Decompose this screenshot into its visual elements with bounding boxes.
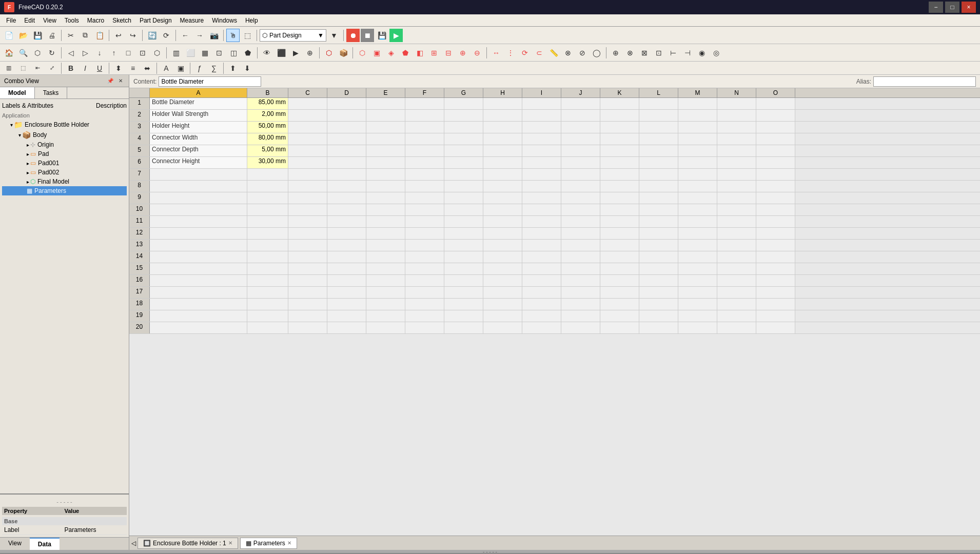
boolean-btn[interactable]: ⊂ xyxy=(533,46,546,60)
cell-empty[interactable] xyxy=(288,98,327,109)
texture-button[interactable]: ⬛ xyxy=(275,46,288,60)
cell-empty[interactable] xyxy=(756,157,795,168)
cell-empty[interactable] xyxy=(561,275,600,286)
cell-empty[interactable] xyxy=(288,157,327,168)
cell-empty[interactable] xyxy=(756,310,795,322)
cell-empty[interactable] xyxy=(444,216,483,227)
cell-empty[interactable] xyxy=(678,110,717,121)
ss-underline[interactable]: U xyxy=(93,62,106,75)
cell-empty[interactable] xyxy=(327,299,366,310)
cell-empty[interactable] xyxy=(150,228,247,239)
cell-empty[interactable] xyxy=(561,145,600,156)
menu-sketch[interactable]: Sketch xyxy=(108,16,135,25)
pd-btn-5[interactable]: ◧ xyxy=(413,46,426,60)
cell-empty[interactable] xyxy=(717,287,756,298)
cell-empty[interactable] xyxy=(522,240,561,251)
cell-empty[interactable] xyxy=(756,299,795,310)
cell-empty[interactable] xyxy=(247,169,288,180)
cell-empty[interactable] xyxy=(561,299,600,310)
cell-empty[interactable] xyxy=(405,110,444,121)
cell-empty[interactable] xyxy=(717,98,756,109)
ss-bgcolor[interactable]: ▣ xyxy=(174,62,187,75)
cell-empty[interactable] xyxy=(756,98,795,109)
cell-empty[interactable] xyxy=(522,216,561,227)
cell-empty[interactable] xyxy=(327,122,366,133)
arrow-back[interactable]: ← xyxy=(179,29,192,42)
draw-style-1[interactable]: ▥ xyxy=(169,46,183,60)
cell-empty[interactable] xyxy=(483,251,522,263)
cell-empty[interactable] xyxy=(600,204,639,215)
ss-bold[interactable]: B xyxy=(64,62,77,75)
cell-empty[interactable] xyxy=(678,287,717,298)
cell-empty[interactable] xyxy=(483,133,522,145)
minimize-button[interactable]: − xyxy=(929,2,943,13)
cell-empty[interactable] xyxy=(600,240,639,251)
cell-empty[interactable] xyxy=(405,263,444,274)
combo-pin[interactable]: 📌 xyxy=(106,77,114,85)
cell-empty[interactable] xyxy=(639,133,678,145)
cell-empty[interactable] xyxy=(600,287,639,298)
cell-empty[interactable] xyxy=(444,299,483,310)
menu-edit[interactable]: Edit xyxy=(20,16,39,25)
ss-italic[interactable]: I xyxy=(79,62,92,75)
col-header-o[interactable]: O xyxy=(756,88,795,97)
linear-btn[interactable]: ⋮ xyxy=(504,46,517,60)
cell-empty[interactable] xyxy=(600,299,639,310)
cell-empty[interactable] xyxy=(405,192,444,204)
cell-empty[interactable] xyxy=(366,240,405,251)
cell-empty[interactable] xyxy=(678,133,717,145)
extra-btn-6[interactable]: ⊣ xyxy=(681,46,694,60)
cell-empty[interactable] xyxy=(639,299,678,310)
cell-empty[interactable] xyxy=(756,169,795,180)
part-btn-2[interactable]: 📦 xyxy=(337,46,350,60)
col-header-b[interactable]: B xyxy=(247,88,288,97)
arrow-forward[interactable]: → xyxy=(193,29,206,42)
cell-empty[interactable] xyxy=(288,122,327,133)
ss-btn-4[interactable]: ⤢ xyxy=(45,62,58,75)
cell-empty[interactable] xyxy=(717,157,756,168)
menu-help[interactable]: Help xyxy=(241,16,262,25)
draw-style-5[interactable]: ◫ xyxy=(227,46,240,60)
ss-btn-1[interactable]: ▥ xyxy=(2,62,15,75)
cell-empty[interactable] xyxy=(561,133,600,145)
cell-empty[interactable] xyxy=(288,299,327,310)
paste-button[interactable]: 📋 xyxy=(93,29,106,42)
tree-document[interactable]: ▾ 📁 Enclosure Bottle Holder xyxy=(2,120,127,130)
cell-empty[interactable] xyxy=(327,133,366,145)
cell-empty[interactable] xyxy=(366,122,405,133)
cell-empty[interactable] xyxy=(600,228,639,239)
cell-empty[interactable] xyxy=(756,263,795,274)
cell-empty[interactable] xyxy=(678,204,717,215)
cell-empty[interactable] xyxy=(639,251,678,263)
cell-empty[interactable] xyxy=(327,204,366,215)
cell-empty[interactable] xyxy=(600,133,639,145)
cell-empty[interactable] xyxy=(366,204,405,215)
cell-empty[interactable] xyxy=(639,122,678,133)
cell-empty[interactable] xyxy=(405,133,444,145)
cell-empty[interactable] xyxy=(717,133,756,145)
cell-empty[interactable] xyxy=(678,263,717,274)
cell-empty[interactable] xyxy=(247,251,288,263)
col-header-i[interactable]: I xyxy=(522,88,561,97)
cell-empty[interactable] xyxy=(288,240,327,251)
cell-empty[interactable] xyxy=(561,192,600,204)
cell-empty[interactable] xyxy=(483,216,522,227)
cell-empty[interactable] xyxy=(678,122,717,133)
copy-button[interactable]: ⧉ xyxy=(79,29,92,42)
ss-export[interactable]: ⬇ xyxy=(241,62,254,75)
cell-empty[interactable] xyxy=(522,275,561,286)
btab-params-close[interactable]: ✕ xyxy=(287,540,291,546)
menu-view[interactable]: View xyxy=(39,16,61,25)
cell-empty[interactable] xyxy=(717,122,756,133)
cell-empty[interactable] xyxy=(756,204,795,215)
cell-empty[interactable] xyxy=(150,263,247,274)
cell-empty[interactable] xyxy=(717,251,756,263)
cell-empty[interactable] xyxy=(327,98,366,109)
cell-empty[interactable] xyxy=(483,157,522,168)
cell-empty[interactable] xyxy=(717,263,756,274)
cell-empty[interactable] xyxy=(444,204,483,215)
cell-empty[interactable] xyxy=(366,299,405,310)
cell-empty[interactable] xyxy=(561,110,600,121)
cell-empty[interactable] xyxy=(444,110,483,121)
cell-empty[interactable] xyxy=(639,275,678,286)
